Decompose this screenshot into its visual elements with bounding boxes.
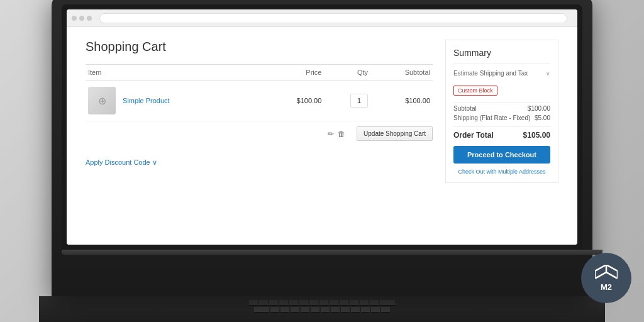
order-total-row: Order Total $105.00	[453, 126, 550, 140]
checkout-button[interactable]: Proceed to Checkout	[453, 146, 550, 164]
browser-dot-1	[72, 16, 77, 21]
page-content: Shopping Cart Item Price Qty Subtotal	[67, 27, 577, 245]
summary-box: Summary Estimate Shipping and Tax ∨ Cust…	[445, 40, 558, 183]
browser-dot-2	[79, 16, 84, 21]
order-total-label: Order Total	[453, 131, 494, 140]
key	[361, 307, 370, 313]
discount-link-text: Apply Discount Code	[86, 158, 150, 166]
product-thumbnail: ⊕	[88, 87, 116, 114]
url-bar[interactable]	[99, 13, 567, 23]
webpage: Shopping Cart Item Price Qty Subtotal	[67, 27, 577, 245]
cart-actions: ✏ 🗑 Update Shopping Cart	[86, 121, 433, 146]
key	[269, 300, 278, 306]
subtotal-value: $100.00	[528, 105, 550, 112]
m2-badge: M2	[581, 253, 631, 303]
cart-section: Shopping Cart Item Price Qty Subtotal	[86, 40, 433, 245]
key	[279, 300, 288, 306]
shipping-value: $5.00	[535, 114, 550, 121]
custom-block-wrapper: Custom Block	[453, 82, 550, 99]
key	[321, 307, 330, 313]
shipping-line: Shipping (Flat Rate - Fixed) $5.00	[453, 114, 550, 121]
browser-dot-3	[87, 16, 92, 21]
key	[289, 300, 298, 306]
screen-bezel: Shopping Cart Item Price Qty Subtotal	[62, 4, 582, 250]
update-cart-button[interactable]: Update Shopping Cart	[357, 126, 433, 141]
key	[340, 300, 348, 306]
col-header-item: Item	[86, 65, 263, 80]
discount-section: Apply Discount Code ∨	[86, 156, 433, 167]
product-cell: ⊕ Simple Product	[86, 80, 263, 121]
key	[360, 300, 369, 306]
qty-input[interactable]	[350, 94, 368, 108]
table-row: ⊕ Simple Product $100.00 $100	[86, 80, 433, 121]
multi-address-link[interactable]: Check Out with Multiple Addresses	[453, 169, 550, 175]
key	[341, 307, 350, 313]
key	[309, 300, 318, 306]
page-title: Shopping Cart	[86, 40, 433, 54]
laptop-bottom-bar	[62, 250, 602, 255]
keyboard-row-2	[254, 307, 390, 313]
key	[291, 307, 299, 313]
key	[299, 300, 308, 306]
col-header-qty: Qty	[324, 65, 370, 80]
screen: Shopping Cart Item Price Qty Subtotal	[67, 9, 577, 245]
product-thumb-icon: ⊕	[98, 95, 106, 107]
subtotal-line: Subtotal $100.00	[453, 105, 550, 112]
order-total-value: $105.00	[523, 131, 550, 140]
discount-chevron-icon: ∨	[152, 158, 157, 166]
estimate-label: Estimate Shipping and Tax	[453, 70, 528, 77]
key-backspace	[380, 300, 395, 306]
cart-table: Item Price Qty Subtotal	[86, 64, 433, 121]
key	[280, 307, 289, 313]
estimate-row: Estimate Shipping and Tax ∨	[453, 70, 550, 77]
keyboard-section	[39, 296, 605, 322]
browser-bar	[67, 9, 577, 27]
key	[381, 307, 390, 313]
col-header-price: Price	[263, 65, 325, 80]
subtotal-label: Subtotal	[453, 105, 477, 112]
discount-link[interactable]: Apply Discount Code ∨	[86, 158, 157, 166]
estimate-chevron-icon: ∨	[546, 70, 550, 77]
key	[370, 300, 379, 306]
keyboard-row-1	[249, 300, 395, 306]
key	[371, 307, 380, 313]
m2-text: M2	[601, 282, 612, 292]
summary-separator	[453, 102, 550, 103]
summary-title: Summary	[453, 48, 550, 64]
key	[259, 300, 268, 306]
key-tab	[254, 307, 269, 313]
key	[270, 307, 279, 313]
m2-logo-icon	[595, 265, 618, 281]
col-header-subtotal: Subtotal	[370, 65, 433, 80]
key	[301, 307, 309, 313]
key	[331, 307, 340, 313]
laptop-container: Shopping Cart Item Price Qty Subtotal	[39, 0, 605, 322]
product-name: Simple Product	[123, 97, 170, 104]
product-qty-cell	[324, 80, 370, 121]
edit-icon[interactable]: ✏	[328, 130, 334, 138]
custom-block-badge: Custom Block	[453, 86, 497, 96]
key	[330, 300, 338, 306]
key	[319, 300, 328, 306]
product-subtotal: $100.00	[370, 80, 433, 121]
shipping-label: Shipping (Flat Rate - Fixed)	[453, 114, 530, 121]
delete-icon[interactable]: 🗑	[338, 130, 345, 138]
action-icons: ✏ 🗑	[328, 130, 345, 138]
laptop-outer: Shopping Cart Item Price Qty Subtotal	[52, 0, 592, 296]
product-price: $100.00	[263, 80, 325, 121]
key	[311, 307, 319, 313]
summary-section: Summary Estimate Shipping and Tax ∨ Cust…	[445, 40, 558, 245]
key	[350, 300, 358, 306]
key	[249, 300, 258, 306]
key	[351, 307, 360, 313]
